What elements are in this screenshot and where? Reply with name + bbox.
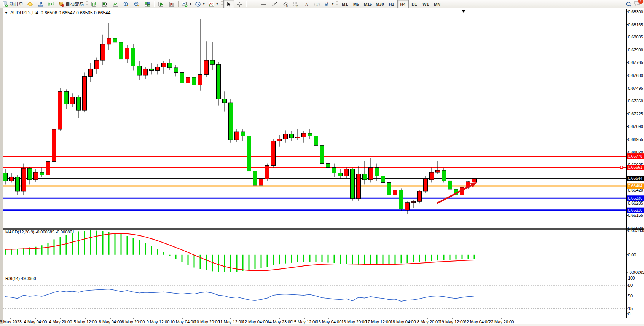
auto-trading-button[interactable]: 自动交易 [57,0,85,8]
new-order-label: 新订单 [10,1,23,7]
tab-timeframe-m5[interactable]: M5 [351,0,362,8]
svg-text:10 May 20:00: 10 May 20:00 [194,320,220,324]
tab-timeframe-m30[interactable]: M30 [374,0,386,8]
svg-text:0.67360: 0.67360 [628,99,643,103]
text-button[interactable]: A [301,0,312,8]
zoom-in-button[interactable] [121,0,131,8]
svg-text:0.66544: 0.66544 [628,176,642,181]
svg-text:0.67225: 0.67225 [628,112,643,116]
new-chart-button[interactable]: ▼ [180,0,193,8]
tab-timeframe-m1[interactable]: M1 [339,0,351,8]
price-chart[interactable]: 0.683000.681650.680350.679000.677650.676… [0,8,644,326]
chevron-down-icon: ▼ [216,3,218,5]
chart-window[interactable]: 0.683000.681650.680350.679000.677650.676… [0,8,644,326]
tab-timeframe-d1[interactable]: D1 [409,0,420,8]
svg-text:8 May 20:00: 8 May 20:00 [122,320,145,324]
new-chart-icon [182,1,188,7]
svg-text:18 May 04:00: 18 May 04:00 [391,320,416,324]
new-order-button[interactable]: 新订单 [1,0,25,8]
svg-text:0.68035: 0.68035 [628,35,643,39]
indicators-button[interactable]: ▼ [207,0,220,8]
svg-text:3 May 2023: 3 May 2023 [0,320,22,324]
chart-line-icon [112,1,118,7]
svg-text:9 May 12:00: 9 May 12:00 [147,320,170,324]
tab-timeframe-h4[interactable]: H4 [397,0,409,8]
indicators-icon [208,1,214,7]
cursor-button[interactable] [223,0,234,8]
svg-text:0.66210: 0.66210 [628,208,642,213]
svg-text:16 May 04:00: 16 May 04:00 [316,320,342,324]
chart-candles-button[interactable] [99,0,110,8]
svg-text:0.67765: 0.67765 [628,60,643,65]
zoom-in-icon [123,1,129,7]
svg-text:8 May 04:00: 8 May 04:00 [99,320,122,324]
step-forward-button[interactable] [156,0,166,8]
svg-text:80: 80 [628,283,633,288]
toolbar-grip [336,1,338,7]
svg-text:22 May 20:00: 22 May 20:00 [489,320,514,324]
rsi-line [5,289,474,301]
profile-button[interactable] [35,0,46,8]
toolbar-grip [86,1,88,7]
svg-text:12 May 04:00: 12 May 04:00 [242,320,268,324]
svg-text:-0.00263: -0.00263 [628,270,644,275]
chart-candles-icon [102,1,108,7]
svg-text:A: A [305,2,308,7]
horizontal-line-objects[interactable] [3,156,626,210]
svg-text:11 May 12:00: 11 May 12:00 [218,320,243,324]
step-end-icon [169,1,175,7]
channel-icon: E [282,1,288,7]
chart-line-button[interactable] [110,0,121,8]
toolbar-separator [178,1,179,7]
rsi-pane [3,285,626,308]
svg-text:0.66955: 0.66955 [628,137,643,142]
periods-clock-button[interactable]: ▼ [193,0,207,8]
trendline-icon [271,1,277,7]
arrows-objects-button[interactable]: ▼ [322,0,336,8]
fibonacci-button[interactable]: F [290,0,301,8]
chevron-down-icon: ▼ [189,3,192,5]
svg-text:15 May 12:00: 15 May 12:00 [292,320,317,324]
vertical-line-button[interactable] [248,0,258,8]
chevron-down-icon: ▼ [202,3,205,5]
tab-timeframe-w1[interactable]: W1 [420,0,432,8]
svg-text:0.66285: 0.66285 [628,201,643,205]
svg-text:0.66155: 0.66155 [628,213,643,217]
text-label-icon: T [314,1,320,7]
signals-button[interactable] [46,0,57,8]
zoom-out-button[interactable] [131,0,142,8]
mql-wizard-button[interactable] [25,0,35,8]
fibonacci-icon: F [293,1,299,7]
main-toolbar: 新订单 自动交易 ▼ ▼ [0,0,644,8]
notifications-button[interactable]: 1 [634,0,641,8]
text-icon: A [303,1,309,7]
search-icon[interactable] [626,1,632,7]
toolbar-separator [154,1,155,7]
tab-timeframe-mn[interactable]: MN [432,0,443,8]
svg-text:100: 100 [628,276,635,280]
tile-windows-icon [144,1,150,7]
horizontal-line-button[interactable] [258,0,269,8]
chart-bars-button[interactable] [89,0,99,8]
chevron-down-icon: ▼ [332,3,334,5]
svg-text:0.66464: 0.66464 [628,184,642,188]
svg-text:0.66778: 0.66778 [628,154,642,158]
trend-arrow[interactable] [437,182,477,203]
auto-trading-label: 自动交易 [65,1,84,7]
crosshair-button[interactable] [234,0,245,8]
svg-text:50: 50 [628,294,633,298]
svg-text:5 May 12:00: 5 May 12:00 [74,320,97,324]
text-label-button[interactable]: T [312,0,322,8]
tile-windows-button[interactable] [142,0,153,8]
svg-text:16 May 20:00: 16 May 20:00 [341,320,367,324]
svg-text:0.66336: 0.66336 [628,196,642,200]
step-end-button[interactable] [166,0,177,8]
mql-wizard-icon [27,1,33,7]
time-axis[interactable]: 3 May 20234 May 04:004 May 20:005 May 12… [0,318,514,324]
equidistant-channel-button[interactable]: E [280,0,290,8]
tab-timeframe-m15[interactable]: M15 [362,0,374,8]
tab-timeframe-h1[interactable]: H1 [386,0,397,8]
zoom-out-icon [134,1,140,7]
svg-text:19 May 12:00: 19 May 12:00 [440,320,465,324]
trendline-button[interactable] [269,0,280,8]
